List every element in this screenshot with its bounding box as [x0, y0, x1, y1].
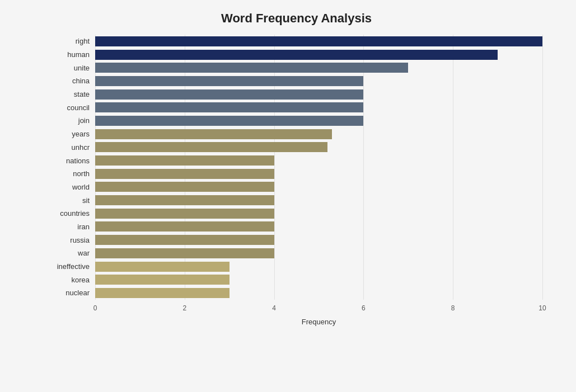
bar-fill [95, 142, 327, 152]
bar-label: right [50, 37, 95, 45]
bar-track [95, 220, 542, 233]
x-tick: 6 [362, 304, 366, 312]
chart-title: Word Frequency Analysis [50, 11, 542, 26]
bar-track [95, 273, 542, 286]
table-row: north [50, 168, 542, 180]
bar-fill [95, 275, 230, 285]
x-tick: 8 [451, 304, 455, 312]
bar-fill [95, 36, 542, 46]
table-row: sit [50, 194, 542, 206]
bar-label: nuclear [50, 289, 95, 297]
x-axis: 0246810 [95, 304, 542, 315]
bar-label: human [50, 50, 95, 59]
bar-track [95, 194, 542, 206]
table-row: ineffective [50, 261, 542, 273]
bar-label: korea [50, 276, 95, 284]
bar-label: years [50, 130, 95, 138]
bar-track [95, 234, 542, 246]
bar-fill [95, 129, 332, 139]
table-row: unite [50, 62, 542, 74]
bar-fill [95, 102, 363, 112]
bar-label: join [50, 116, 95, 125]
bars-section: righthumanunitechinastatecounciljoinyear… [50, 35, 542, 300]
bar-fill [95, 195, 274, 205]
table-row: war [50, 247, 542, 259]
bar-fill [95, 155, 274, 166]
table-row: iran [50, 220, 542, 233]
bar-fill [95, 262, 230, 272]
table-row: unhcr [50, 141, 542, 153]
bar-track [95, 35, 542, 48]
bar-track [95, 128, 542, 140]
grid-line [542, 35, 543, 300]
bar-fill [95, 288, 230, 298]
x-axis-label: Frequency [95, 318, 542, 326]
table-row: council [50, 101, 542, 114]
bar-label: countries [50, 209, 95, 218]
bar-track [95, 287, 542, 299]
table-row: join [50, 115, 542, 127]
bar-label: china [50, 77, 95, 85]
bar-label: north [50, 169, 95, 178]
bar-track [95, 115, 542, 127]
bar-track [95, 62, 542, 74]
bar-fill [95, 116, 363, 126]
bar-fill [95, 76, 363, 86]
bar-label: world [50, 183, 95, 191]
x-tick: 2 [182, 304, 186, 312]
table-row: world [50, 181, 542, 193]
table-row: nuclear [50, 287, 542, 299]
x-tick: 4 [272, 304, 276, 312]
bar-label: unhcr [50, 143, 95, 152]
bar-label: unite [50, 64, 95, 72]
table-row: china [50, 75, 542, 87]
bar-track [95, 88, 542, 101]
bar-track [95, 141, 542, 153]
bar-track [95, 49, 542, 61]
table-row: russia [50, 234, 542, 246]
table-row: years [50, 128, 542, 140]
table-row: right [50, 35, 542, 48]
chart-area: righthumanunitechinastatecounciljoinyear… [50, 35, 542, 326]
bar-label: council [50, 103, 95, 112]
bar-fill [95, 50, 498, 60]
bar-track [95, 75, 542, 87]
bar-label: sit [50, 196, 95, 205]
x-tick: 10 [538, 304, 546, 312]
bar-label: ineffective [50, 262, 95, 271]
bar-track [95, 247, 542, 259]
bar-track [95, 101, 542, 114]
bar-fill [95, 221, 274, 232]
bar-track [95, 168, 542, 180]
bar-label: nations [50, 157, 95, 165]
bar-label: russia [50, 236, 95, 244]
bar-label: state [50, 90, 95, 98]
bar-label: war [50, 249, 95, 257]
x-tick: 0 [93, 304, 97, 312]
bar-track [95, 181, 542, 193]
table-row: human [50, 49, 542, 61]
bar-fill [95, 169, 274, 179]
table-row: nations [50, 154, 542, 167]
bar-track [95, 261, 542, 273]
chart-container: Word Frequency Analysis righthumanunitec… [0, 0, 576, 392]
bar-fill [95, 182, 274, 192]
table-row: countries [50, 207, 542, 220]
table-row: state [50, 88, 542, 101]
bar-track [95, 207, 542, 220]
bar-fill [95, 89, 363, 100]
bar-label: iran [50, 223, 95, 231]
table-row: korea [50, 273, 542, 286]
bar-fill [95, 63, 408, 73]
bar-fill [95, 209, 274, 219]
bar-fill [95, 235, 274, 245]
bar-track [95, 154, 542, 167]
bar-fill [95, 248, 274, 258]
